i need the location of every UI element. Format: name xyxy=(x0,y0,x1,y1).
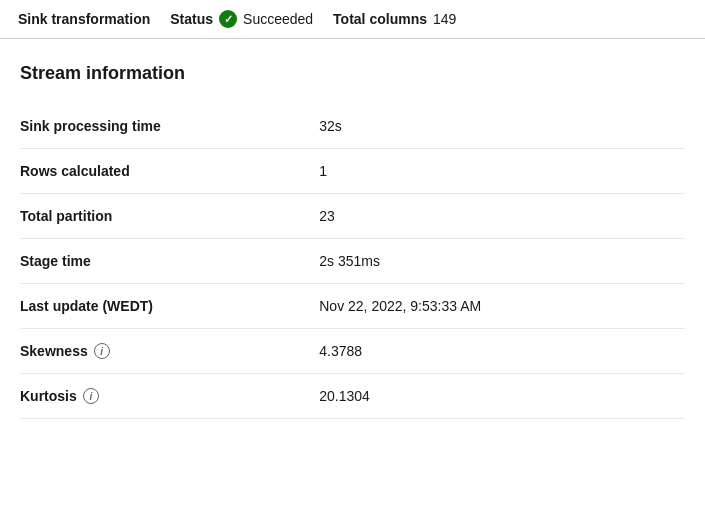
info-icon[interactable]: i xyxy=(94,343,110,359)
table-row: Sink processing time32s xyxy=(20,104,685,149)
info-icon[interactable]: i xyxy=(83,388,99,404)
status-item: Status ✓ Succeeded xyxy=(170,10,313,28)
row-label: Sink processing time xyxy=(20,118,161,134)
row-value: 20.1304 xyxy=(319,374,685,419)
row-value: 2s 351ms xyxy=(319,239,685,284)
section-title: Stream information xyxy=(20,63,685,84)
total-columns-value: 149 xyxy=(433,11,456,27)
row-label: Stage time xyxy=(20,253,91,269)
row-label: Skewness xyxy=(20,343,88,359)
table-row: Rows calculated1 xyxy=(20,149,685,194)
row-value: 23 xyxy=(319,194,685,239)
row-label: Last update (WEDT) xyxy=(20,298,153,314)
table-row: Skewnessi4.3788 xyxy=(20,329,685,374)
row-value: 32s xyxy=(319,104,685,149)
status-label: Status xyxy=(170,11,213,27)
total-columns-item: Total columns 149 xyxy=(333,11,456,27)
table-row: Kurtosisi20.1304 xyxy=(20,374,685,419)
header-bar: Sink transformation Status ✓ Succeeded T… xyxy=(0,0,705,39)
table-row: Stage time2s 351ms xyxy=(20,239,685,284)
row-label: Total partition xyxy=(20,208,112,224)
table-row: Total partition23 xyxy=(20,194,685,239)
row-value: 4.3788 xyxy=(319,329,685,374)
row-value: 1 xyxy=(319,149,685,194)
sink-label: Sink transformation xyxy=(18,11,150,27)
sink-transformation-label: Sink transformation xyxy=(18,11,150,27)
total-columns-label: Total columns xyxy=(333,11,427,27)
status-value: Succeeded xyxy=(243,11,313,27)
table-row: Last update (WEDT)Nov 22, 2022, 9:53:33 … xyxy=(20,284,685,329)
main-content: Stream information Sink processing time3… xyxy=(0,39,705,443)
status-success-icon: ✓ xyxy=(219,10,237,28)
row-label: Kurtosis xyxy=(20,388,77,404)
info-table: Sink processing time32sRows calculated1T… xyxy=(20,104,685,419)
row-value: Nov 22, 2022, 9:53:33 AM xyxy=(319,284,685,329)
row-label: Rows calculated xyxy=(20,163,130,179)
